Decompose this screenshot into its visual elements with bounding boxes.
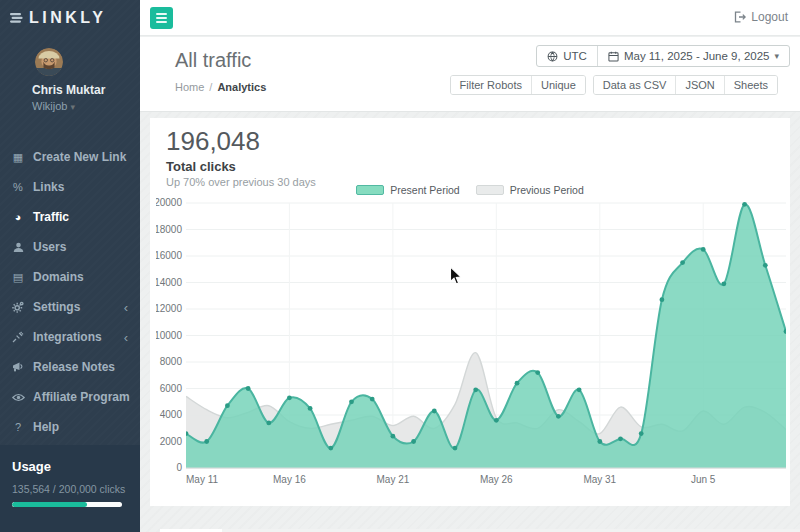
svg-text:0: 0: [176, 462, 182, 473]
sidebar-item-links[interactable]: % Links: [0, 172, 140, 202]
usage-progressbar: [12, 502, 122, 507]
app-name: LINKLY: [29, 9, 106, 27]
action-buttons: Filter Robots Unique Data as CSV JSON Sh…: [450, 75, 778, 95]
sidebar: LINKLY Chris Muktar Wikijob ▾ ▦: [0, 0, 140, 532]
hamburger-icon: [156, 13, 167, 15]
content-area: 196,048 Total clicks Up 70% over previou…: [140, 112, 800, 532]
sidebar-item-integrations[interactable]: Integrations ‹: [0, 322, 140, 352]
logout-icon: [734, 11, 746, 23]
data-as-csv-button[interactable]: Data as CSV: [594, 76, 676, 94]
traffic-card: 196,048 Total clicks Up 70% over previou…: [150, 118, 790, 506]
sidebar-item-users[interactable]: Users: [0, 232, 140, 262]
timezone-button[interactable]: UTC: [537, 46, 597, 66]
app-window: LINKLY Chris Muktar Wikijob ▾ ▦: [0, 0, 800, 532]
unique-button[interactable]: Unique: [531, 76, 585, 94]
timezone-daterange-group: UTC May 11, 2025 - June 9, 2025 ▾: [536, 45, 790, 67]
chart-legend: Present Period Previous Period: [150, 184, 790, 196]
svg-text:18000: 18000: [156, 224, 182, 235]
logo[interactable]: LINKLY: [10, 9, 106, 27]
svg-text:20000: 20000: [156, 198, 182, 208]
usage-count: 135,564 / 200,000 clicks: [12, 483, 128, 495]
svg-text:2000: 2000: [160, 436, 183, 447]
traffic-area-chart[interactable]: 0200040006000800010000120001400016000180…: [156, 198, 788, 498]
logout-button[interactable]: Logout: [734, 10, 788, 24]
svg-text:May 16: May 16: [273, 474, 306, 485]
top-bar: Logout: [140, 0, 800, 36]
previous-period-swatch: [476, 185, 504, 195]
globe-icon: [547, 51, 558, 62]
usage-progress-fill: [12, 502, 87, 507]
filter-group: Filter Robots Unique: [450, 75, 586, 95]
avatar[interactable]: [35, 48, 63, 76]
filter-robots-button[interactable]: Filter Robots: [451, 76, 531, 94]
svg-text:6000: 6000: [160, 383, 183, 394]
usage-panel: Usage 135,564 / 200,000 clicks: [0, 445, 140, 532]
legend-present-period[interactable]: Present Period: [356, 184, 459, 196]
breadcrumb: Home/Analytics: [175, 81, 266, 93]
plug-icon: [10, 331, 26, 343]
profile-name: Chris Muktar: [32, 83, 105, 97]
link-icon: %: [10, 181, 26, 193]
usage-title: Usage: [12, 459, 128, 474]
page-title: All traffic: [175, 49, 251, 72]
sidebar-item-help[interactable]: ? Help: [0, 412, 140, 442]
sheets-button[interactable]: Sheets: [724, 76, 777, 94]
profile-block: Chris Muktar Wikijob ▾: [32, 48, 105, 112]
grid-icon: ▦: [10, 151, 26, 164]
question-icon: ?: [10, 421, 26, 433]
svg-text:14000: 14000: [156, 277, 182, 288]
sidebar-item-create-new-link[interactable]: ▦ Create New Link: [0, 142, 140, 172]
svg-text:May 21: May 21: [377, 474, 410, 485]
svg-text:May 31: May 31: [583, 474, 616, 485]
sidebar-item-traffic[interactable]: ◕ Traffic: [0, 202, 140, 232]
date-range-picker[interactable]: May 11, 2025 - June 9, 2025 ▾: [597, 46, 789, 66]
chevron-down-icon: ▾: [71, 102, 76, 112]
sidebar-nav: ▦ Create New Link % Links ◕ Traffic User…: [0, 142, 140, 442]
eye-icon: [10, 392, 26, 403]
svg-text:10000: 10000: [156, 330, 182, 341]
sidebar-toggle-button[interactable]: [150, 7, 173, 29]
megaphone-icon: [10, 361, 26, 373]
total-clicks-value: 196,048: [166, 126, 260, 157]
json-button[interactable]: JSON: [675, 76, 723, 94]
chevron-down-icon: ▾: [774, 51, 779, 61]
sidebar-item-domains[interactable]: ▤ Domains: [0, 262, 140, 292]
series-present-period: [184, 202, 788, 468]
svg-text:4000: 4000: [160, 409, 183, 420]
svg-text:Jun 5: Jun 5: [691, 474, 716, 485]
breadcrumb-current: Analytics: [217, 81, 266, 93]
svg-text:16000: 16000: [156, 250, 182, 261]
flag-logo-icon: [10, 12, 23, 24]
pie-chart-icon: ◕: [10, 211, 26, 223]
calendar-icon: [608, 51, 619, 62]
total-clicks-label: Total clicks: [166, 159, 236, 174]
page-header: All traffic Home/Analytics UTC May 11, 2…: [140, 37, 800, 112]
sidebar-item-release-notes[interactable]: Release Notes: [0, 352, 140, 382]
legend-previous-period[interactable]: Previous Period: [476, 184, 584, 196]
sidebar-item-settings[interactable]: Settings ‹: [0, 292, 140, 322]
export-group: Data as CSV JSON Sheets: [593, 75, 778, 95]
org-dropdown[interactable]: Wikijob ▾: [32, 100, 105, 112]
svg-text:May 26: May 26: [480, 474, 513, 485]
gear-icon: [10, 301, 26, 313]
user-icon: [10, 242, 26, 253]
present-period-swatch: [356, 185, 384, 195]
chevron-left-icon: ‹: [124, 331, 128, 344]
svg-text:8000: 8000: [160, 356, 183, 367]
chevron-left-icon: ‹: [124, 301, 128, 314]
breadcrumb-home[interactable]: Home: [175, 81, 204, 93]
list-icon: ▤: [10, 271, 26, 284]
svg-text:May 11: May 11: [186, 474, 218, 485]
breadcrumb-separator: /: [209, 81, 212, 93]
sidebar-item-affiliate-program[interactable]: Affiliate Program: [0, 382, 140, 412]
svg-text:12000: 12000: [156, 303, 182, 314]
